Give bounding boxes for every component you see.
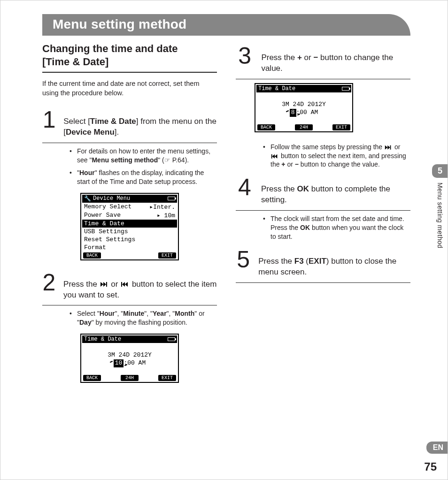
language-tab: EN xyxy=(426,442,448,454)
step-3-plus: + xyxy=(297,53,302,62)
step-3-text-b: or xyxy=(302,53,314,62)
lcd1-sk-right: EXIT xyxy=(158,252,176,259)
section-title-line2: [Time & Date] xyxy=(42,56,108,68)
step-4: 4 Press the OK button to complete the se… xyxy=(236,175,410,211)
step-1-text: Select [Time & Date] from the menu on th… xyxy=(63,108,217,138)
bullet-bold: OK xyxy=(300,224,310,231)
lcd1-row: Memory Select▸Inter. xyxy=(82,203,177,211)
step-2-text-a: Press the xyxy=(63,280,100,289)
step-5-number: 5 xyxy=(236,248,251,271)
lcd3-flash-hour: 8 xyxy=(290,109,296,117)
step-3-bullets: Follow the same steps by pressing the or… xyxy=(261,143,410,169)
bullet-text: " by moving the flashing position. xyxy=(92,319,187,326)
lcd-device-menu-wrap: 🔧 Device Menu Memory Select▸Inter.Power … xyxy=(42,193,217,260)
step-5-bold-2: EXIT xyxy=(309,257,326,266)
bullet-text: ", " xyxy=(167,310,175,317)
page-header-title: Menu setting method xyxy=(53,17,186,31)
step-1: 1 Select [Time & Date] from the menu on … xyxy=(42,108,217,143)
lcd1-row: USB Settings xyxy=(82,228,177,236)
step-2-text: Press the or button to select the item y… xyxy=(63,271,217,301)
step-3-text-a: Press the xyxy=(261,53,297,62)
lcd2-sk-mid: 24H xyxy=(121,375,139,381)
step-3-text: Press the + or − button to change the va… xyxy=(261,44,410,74)
step-3: 3 Press the + or − button to change the … xyxy=(236,44,410,79)
lcd1-row: Format xyxy=(82,244,177,251)
step-4-text-a: Press the xyxy=(261,184,297,193)
step-3-number: 3 xyxy=(236,44,254,68)
battery-icon xyxy=(168,197,175,200)
step-1-text-c: ]. xyxy=(115,128,119,137)
lcd3-line2: 8:00 AM xyxy=(256,109,351,117)
lcd3-sk-left: BACK xyxy=(257,124,275,130)
lcd-timedate-2: Time & Date 3M 24D 2012Y 8:00 AM BACK 24… xyxy=(255,83,353,132)
lcd3-line1: 3M 24D 2012Y xyxy=(256,101,351,109)
bullet-text: Follow the same steps by pressing the xyxy=(270,143,384,151)
battery-icon xyxy=(168,337,175,341)
lcd2-title: Time & Date xyxy=(84,336,121,343)
lcd1-sk-left: BACK xyxy=(83,252,101,259)
bullet-text: " (☞ P.64). xyxy=(158,156,189,164)
rewind-icon xyxy=(270,153,279,159)
lcd1-row: Time & Date xyxy=(82,220,177,228)
step-4-bold: OK xyxy=(297,184,309,193)
step-4-bullet-1: The clock will start from the set date a… xyxy=(261,214,410,241)
step-2-number: 2 xyxy=(42,271,56,294)
page-header: Menu setting method xyxy=(42,14,410,36)
step-4-text: Press the OK button to complete the sett… xyxy=(261,175,410,206)
lcd2-softkeys: BACK 24H EXIT xyxy=(82,375,177,381)
lcd1-row: Power Save▸ 10m xyxy=(82,211,177,220)
bullet-text: ", " xyxy=(144,310,153,317)
lcd-device-menu: 🔧 Device Menu Memory Select▸Inter.Power … xyxy=(80,193,179,260)
chapter-tab: 5 Menu setting method xyxy=(432,164,448,248)
step-1-bullets: For details on how to enter the menu set… xyxy=(68,147,217,186)
lcd3-body: 3M 24D 2012Y 8:00 AM xyxy=(256,92,351,123)
step-1-text-a: Select [ xyxy=(63,117,90,126)
page-number: 75 xyxy=(424,460,437,473)
bullet-bold: Hour xyxy=(79,169,95,176)
battery-icon xyxy=(342,87,349,91)
step-2-bullet-1: Select "Hour", "Minute", "Year", "Month"… xyxy=(68,309,217,327)
lcd3-softkeys: BACK 24H EXIT xyxy=(256,124,351,130)
step-5-text: Press the F3 (EXIT) button to close the … xyxy=(258,248,410,278)
bullet-bold: Month xyxy=(175,310,194,317)
lcd2-sk-left: BACK xyxy=(83,375,101,381)
step-3-bullet-1: Follow the same steps by pressing the or… xyxy=(261,143,410,169)
content-columns: Changing the time and date [Time & Date]… xyxy=(42,42,410,393)
step-2-bullets: Select "Hour", "Minute", "Year", "Month"… xyxy=(68,309,217,327)
step-1-bold-1: Time & Date xyxy=(90,117,136,126)
lcd2-flash-hour: 10 xyxy=(114,359,124,367)
step-4-number: 4 xyxy=(236,175,254,199)
lcd-timedate-1: Time & Date 3M 24D 2012Y 10:00 AM BACK 2… xyxy=(80,334,179,383)
left-column: Changing the time and date [Time & Date]… xyxy=(42,42,217,393)
step-1-bold-2: Device Menu xyxy=(66,128,115,137)
lcd2-line2: 10:00 AM xyxy=(82,359,177,367)
right-column: 3 Press the + or − button to change the … xyxy=(236,42,410,393)
lcd2-rest: :00 AM xyxy=(124,359,146,366)
lcd2-line1: 3M 24D 2012Y xyxy=(82,351,177,359)
bullet-bold: Menu setting method xyxy=(92,156,158,164)
lcd2-body: 3M 24D 2012Y 10:00 AM xyxy=(82,343,177,374)
fast-forward-icon xyxy=(100,281,109,288)
lcd1-row: Reset Settings xyxy=(82,236,177,244)
lcd1-sk-mid: . xyxy=(121,252,139,259)
bullet-bold: − xyxy=(295,160,299,168)
lcd1-wrench-icon: 🔧 xyxy=(84,195,91,202)
lcd1-title: Device Menu xyxy=(91,195,168,202)
lcd1-softkeys: BACK . EXIT xyxy=(82,252,177,259)
bullet-text: or xyxy=(394,143,400,151)
rewind-icon xyxy=(120,281,130,288)
step-4-bullets: The clock will start from the set date a… xyxy=(261,214,410,241)
lcd3-title: Time & Date xyxy=(258,85,295,92)
lcd3-sk-mid: 24H xyxy=(295,124,313,130)
lcd1-rows: Memory Select▸Inter.Power Save▸ 10mTime … xyxy=(82,203,177,251)
lcd2-sk-right: EXIT xyxy=(158,375,176,381)
step-5-bold-1: F3 xyxy=(294,257,304,266)
step-1-number: 1 xyxy=(42,108,56,131)
bullet-bold: Minute xyxy=(123,310,144,317)
bullet-bold: Year xyxy=(153,310,167,317)
bullet-bold: Day xyxy=(79,319,92,326)
bullet-bold: Hour xyxy=(100,310,115,317)
bullet-text: ", " xyxy=(115,310,123,317)
step-5: 5 Press the F3 (EXIT) button to close th… xyxy=(236,248,410,283)
fast-forward-icon xyxy=(384,145,393,150)
